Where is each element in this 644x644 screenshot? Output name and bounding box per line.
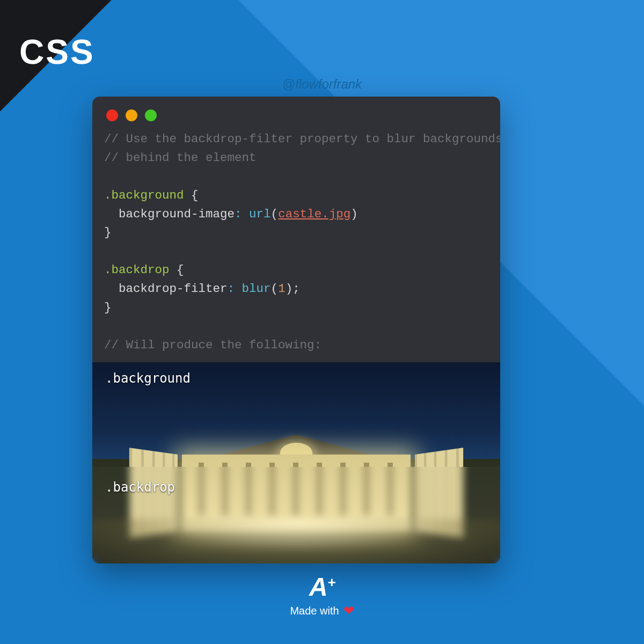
heart-icon: ❤	[343, 603, 354, 618]
author-handle: @flowforfrank	[0, 77, 644, 92]
demo-label-backdrop: .backdrop	[105, 480, 175, 495]
minimize-icon[interactable]	[126, 109, 137, 121]
code-number: 1	[278, 282, 286, 296]
window-titlebar	[92, 97, 500, 127]
maximize-icon[interactable]	[145, 109, 157, 121]
code-comment: // Will produce the following:	[104, 338, 321, 352]
logo-letter: A	[309, 574, 327, 600]
logo-plus: +	[328, 575, 335, 589]
code-editor-window: // Use the backdrop-filter property to b…	[92, 97, 500, 564]
code-url: castle.jpg	[278, 207, 350, 221]
demo-preview: .background .backdrop	[92, 362, 500, 564]
code-function: blur	[242, 282, 271, 296]
code-selector: .backdrop	[104, 263, 170, 277]
made-with-text: Made with	[290, 605, 339, 617]
made-with-line: Made with ❤	[0, 603, 644, 618]
code-comment: // behind the element	[104, 151, 257, 165]
code-selector: .background	[104, 188, 184, 202]
corner-label: CSS	[19, 32, 95, 72]
demo-label-background: .background	[105, 371, 191, 386]
code-comment: // Use the backdrop-filter property to b…	[104, 132, 500, 146]
close-icon[interactable]	[106, 109, 118, 121]
footer: A+ Made with ❤	[0, 574, 644, 618]
logo-aplus: A+	[309, 574, 335, 600]
code-block: // Use the backdrop-filter property to b…	[92, 127, 500, 362]
code-function: url	[249, 207, 271, 221]
code-property: background-image	[119, 207, 235, 221]
code-property: backdrop-filter	[119, 282, 228, 296]
